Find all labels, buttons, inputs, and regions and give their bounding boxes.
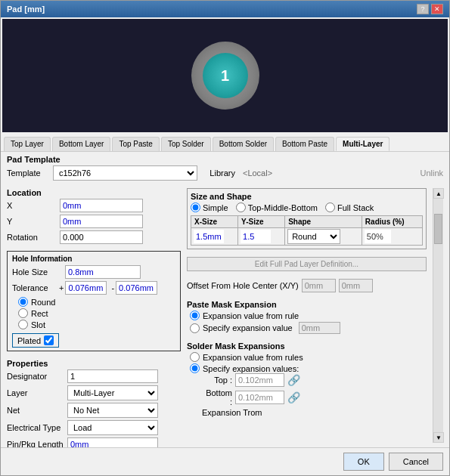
round-radio-item: Round bbox=[18, 297, 175, 307]
unlink-label[interactable]: Unlink bbox=[420, 168, 443, 178]
round-radio[interactable] bbox=[18, 297, 28, 307]
specify-expansion-input[interactable] bbox=[299, 322, 340, 334]
rotation-label: Rotation bbox=[7, 233, 60, 242]
scroll-down-button[interactable]: ▼ bbox=[433, 432, 444, 443]
template-select[interactable]: c152h76 bbox=[53, 165, 197, 181]
x-size-header: X-Size bbox=[191, 216, 238, 228]
solder-mask-radio-group: Expansion value from rules Specify expan… bbox=[190, 352, 427, 373]
bottom-link-icon[interactable]: 🔗 bbox=[287, 391, 300, 403]
tolerance-row: Tolerance + - bbox=[12, 281, 175, 295]
rect-radio[interactable] bbox=[18, 308, 28, 318]
tol-plus-input[interactable] bbox=[65, 281, 107, 295]
tab-top-solder[interactable]: Top Solder bbox=[161, 137, 211, 151]
radius-input[interactable] bbox=[365, 230, 391, 243]
title-buttons: ? ✕ bbox=[417, 4, 443, 14]
library-label: Library bbox=[209, 168, 235, 178]
slot-radio[interactable] bbox=[18, 320, 28, 329]
tab-multi-layer[interactable]: Multi-Layer bbox=[336, 137, 389, 151]
tol-minus-input[interactable] bbox=[116, 281, 157, 295]
designator-input[interactable] bbox=[67, 369, 158, 383]
specify-expansion-radio[interactable] bbox=[190, 323, 200, 333]
edit-full-pad-button[interactable]: Edit Full Pad Layer Definition... bbox=[187, 257, 427, 271]
y-input[interactable] bbox=[60, 215, 143, 228]
library-value: <Local> bbox=[243, 168, 272, 178]
size-shape-row: Round Rectangle Oval bbox=[191, 228, 423, 246]
content-area: Location X Y Rotation bbox=[1, 184, 449, 447]
scroll-thumb[interactable] bbox=[434, 214, 442, 244]
pin-pkg-length-row: Pin/Pkg Length bbox=[7, 437, 181, 447]
expansion-from-rule-radio[interactable] bbox=[190, 311, 200, 320]
properties-title: Properties bbox=[7, 359, 181, 368]
rotation-input[interactable] bbox=[60, 230, 143, 244]
hole-size-input[interactable] bbox=[65, 265, 141, 279]
pad-number: 1 bbox=[221, 67, 229, 85]
ok-button[interactable]: OK bbox=[343, 453, 384, 471]
location-section: Location X Y Rotation bbox=[7, 188, 181, 246]
net-select[interactable]: No Net bbox=[67, 403, 158, 418]
solder-specify-radio[interactable] bbox=[190, 363, 200, 373]
tab-top-layer[interactable]: Top Layer bbox=[4, 137, 51, 151]
solder-specify-item: Specify expansion values: bbox=[190, 363, 427, 373]
top-middle-bottom-radio-item: Top-Middle-Bottom bbox=[236, 202, 318, 212]
size-shape-section: Size and Shape Simple Top-Middle-Bottom bbox=[187, 188, 427, 249]
layer-select[interactable]: Multi-Layer Top Layer Bottom Layer bbox=[67, 385, 158, 400]
shape-select[interactable]: Round Rectangle Oval bbox=[287, 229, 340, 244]
tab-bottom-paste[interactable]: Bottom Paste bbox=[275, 137, 334, 151]
designator-label: Designator bbox=[7, 372, 67, 381]
size-shape-table: X-Size Y-Size Shape Radius (%) bbox=[191, 215, 423, 246]
net-row: Net No Net bbox=[7, 403, 181, 418]
y-size-header: Y-Size bbox=[238, 216, 285, 228]
full-stack-radio[interactable] bbox=[325, 202, 335, 212]
solder-from-rules-radio[interactable] bbox=[190, 352, 200, 362]
tab-bottom-solder[interactable]: Bottom Solder bbox=[213, 137, 274, 151]
top-link-icon[interactable]: 🔗 bbox=[287, 374, 300, 386]
tab-bottom-layer[interactable]: Bottom Layer bbox=[52, 137, 110, 151]
plated-row: Plated bbox=[12, 333, 59, 348]
main-content-wrapper: Location X Y Rotation bbox=[1, 184, 449, 447]
x-input[interactable] bbox=[60, 199, 143, 212]
offset-x-input[interactable] bbox=[302, 279, 336, 292]
expansion-trom-row: Expansion Trom bbox=[202, 408, 427, 417]
pin-pkg-length-label: Pin/Pkg Length bbox=[7, 440, 67, 447]
top-middle-bottom-radio[interactable] bbox=[236, 202, 246, 212]
round-label: Round bbox=[31, 298, 55, 307]
solder-mask-section: Solder Mask Expansions Expansion value f… bbox=[187, 342, 427, 417]
simple-radio-item: Simple bbox=[191, 202, 228, 212]
layer-label: Layer bbox=[7, 388, 67, 397]
scrollbar[interactable]: ▲ ▼ bbox=[433, 188, 443, 443]
cancel-button[interactable]: Cancel bbox=[389, 453, 443, 471]
top-solder-input[interactable] bbox=[235, 373, 284, 387]
electrical-type-row: Electrical Type Load Source Passive bbox=[7, 420, 181, 435]
rect-radio-item: Rect bbox=[18, 308, 175, 318]
offset-label: Offset From Hole Center (X/Y) bbox=[187, 281, 299, 290]
tabs-bar: Top Layer Bottom Layer Top Paste Top Sol… bbox=[1, 134, 449, 152]
x-size-input[interactable] bbox=[194, 230, 224, 243]
x-row: X bbox=[7, 199, 181, 212]
pin-pkg-length-input[interactable] bbox=[67, 437, 158, 447]
help-button[interactable]: ? bbox=[417, 4, 429, 14]
hole-info-title: Hole Information bbox=[12, 255, 175, 263]
shape-radio-group: Round Rect Slot bbox=[18, 297, 175, 329]
rotation-row: Rotation bbox=[7, 230, 181, 244]
tab-top-paste[interactable]: Top Paste bbox=[112, 137, 159, 151]
pad-template-section: Pad Template bbox=[1, 152, 449, 165]
y-row: Y bbox=[7, 215, 181, 228]
simple-label: Simple bbox=[203, 203, 228, 212]
left-panel: Location X Y Rotation bbox=[7, 188, 181, 443]
window-title: Pad [mm] bbox=[7, 5, 45, 14]
layer-row: Layer Multi-Layer Top Layer Bottom Layer bbox=[7, 385, 181, 400]
template-row: Template c152h76 Library <Local> Unlink bbox=[1, 165, 449, 184]
hole-info-section: Hole Information Hole Size Tolerance + - bbox=[7, 251, 181, 351]
pad-dialog: Pad [mm] ? ✕ 1 Top Layer Bottom Layer To… bbox=[0, 0, 450, 476]
slot-radio-item: Slot bbox=[18, 320, 175, 329]
top-label: Top : bbox=[202, 376, 232, 385]
plated-checkbox[interactable] bbox=[44, 335, 54, 345]
y-size-input[interactable] bbox=[241, 230, 271, 243]
bottom-solder-input[interactable] bbox=[235, 391, 284, 404]
electrical-type-select[interactable]: Load Source Passive bbox=[67, 420, 158, 435]
simple-radio[interactable] bbox=[191, 202, 200, 212]
close-button[interactable]: ✕ bbox=[431, 4, 443, 14]
scroll-up-button[interactable]: ▲ bbox=[433, 188, 444, 199]
offset-y-input[interactable] bbox=[339, 279, 373, 292]
expansion-from-rule-label: Expansion value from rule bbox=[203, 311, 299, 320]
